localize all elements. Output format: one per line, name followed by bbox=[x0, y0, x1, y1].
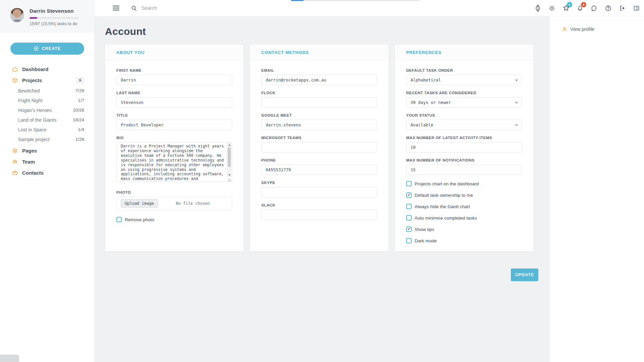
slack-field[interactable] bbox=[261, 209, 377, 220]
bio-label: BIO bbox=[116, 136, 232, 140]
sidebar-project-bewitched[interactable]: Bewitched 7/29 bbox=[0, 86, 94, 96]
hide-gantt-checkbox-row[interactable]: Always hide the Gantt chart bbox=[406, 204, 522, 209]
chat-bubble-icon bbox=[591, 5, 598, 12]
file-chosen-status: No file chosen bbox=[158, 201, 228, 206]
card-about-you: ABOUT YOU FIRST NAME LAST NAME TITLE BIO bbox=[105, 45, 244, 251]
sidebar-item-contacts[interactable]: Contacts bbox=[0, 167, 94, 178]
create-button[interactable]: CREATE bbox=[10, 43, 84, 55]
slack-label: SLACK bbox=[261, 203, 377, 207]
scroll-up-icon[interactable] bbox=[228, 144, 231, 146]
upload-image-button[interactable]: Upload image bbox=[121, 199, 158, 208]
sidebar-project-fright-night[interactable]: Fright Night 1/7 bbox=[0, 96, 94, 105]
bottom-left-widget[interactable] bbox=[0, 355, 19, 362]
side-panel-button[interactable] bbox=[632, 4, 641, 12]
sidebar-project-hogans-heroes[interactable]: Hogan's Heroes 10/26 bbox=[0, 105, 94, 115]
max-activity-items-field[interactable] bbox=[406, 142, 522, 153]
projects-chart-checkbox-row[interactable]: Projects chart on the dashboard bbox=[406, 181, 522, 186]
avatar[interactable] bbox=[10, 8, 24, 22]
hamburger-menu-icon[interactable] bbox=[113, 5, 119, 11]
sidebar-project-lost-in-space[interactable]: Lost in Space 1/4 bbox=[0, 125, 94, 134]
flock-field[interactable] bbox=[261, 97, 377, 108]
remove-photo-checkbox-row[interactable]: Remove photo bbox=[116, 217, 232, 222]
show-tips-checkbox-row[interactable]: Show tips bbox=[406, 227, 522, 232]
dark-mode-checkbox-row[interactable]: Dark mode bbox=[406, 238, 522, 243]
first-name-field[interactable] bbox=[116, 75, 232, 85]
default-task-order-select[interactable]: Alphabetical bbox=[406, 75, 522, 85]
google-meet-label: GOOGLE MEET bbox=[261, 113, 377, 117]
resize-grip[interactable] bbox=[228, 179, 231, 182]
email-label: EMAIL bbox=[261, 68, 377, 72]
default-task-order-label: DEFAULT TASK ORDER bbox=[406, 68, 522, 72]
sidebar: Darrin Stevenson 15/97 (15.5%) tasks to … bbox=[0, 0, 95, 362]
cube-icon bbox=[12, 77, 18, 83]
remove-photo-label: Remove photo bbox=[125, 217, 154, 222]
sidebar-project-sample-project[interactable]: Sample project 1/26 bbox=[0, 134, 94, 144]
notifications-button[interactable]: 6 bbox=[576, 4, 584, 12]
chevron-down-icon bbox=[515, 101, 519, 105]
remove-photo-checkbox[interactable] bbox=[116, 217, 122, 222]
bio-scrollbar[interactable] bbox=[227, 143, 231, 177]
projects-chart-checkbox[interactable] bbox=[406, 181, 412, 186]
person-icon bbox=[562, 26, 567, 32]
phone-field[interactable] bbox=[261, 165, 377, 175]
phone-label: PHONE bbox=[261, 158, 377, 162]
logout-button[interactable] bbox=[618, 4, 627, 12]
project-task-fraction: 7/29 bbox=[75, 88, 84, 93]
auto-minimise-checkbox-row[interactable]: Auto minimise completed tasks bbox=[406, 215, 522, 221]
time-tracker-button[interactable] bbox=[534, 4, 542, 12]
chevron-down-icon bbox=[515, 123, 519, 127]
scrollbar-thumb[interactable] bbox=[228, 147, 231, 167]
chevron-down-icon bbox=[515, 78, 519, 82]
project-task-fraction: 1/7 bbox=[78, 98, 84, 103]
show-tips-checkbox[interactable] bbox=[406, 227, 412, 232]
main-content: Account ABOUT YOU FIRST NAME LAST NAME T… bbox=[95, 16, 549, 362]
update-button[interactable]: UPDATE bbox=[511, 268, 538, 281]
brightness-button[interactable] bbox=[548, 4, 556, 12]
home-icon bbox=[12, 66, 18, 72]
scroll-down-icon[interactable] bbox=[228, 174, 231, 176]
sun-icon bbox=[548, 5, 555, 12]
help-icon bbox=[605, 5, 612, 12]
default-ownership-checkbox-row[interactable]: Default task ownership to me bbox=[406, 192, 522, 198]
sidebar-item-dashboard[interactable]: Dashboard bbox=[0, 64, 94, 75]
logout-icon bbox=[619, 5, 626, 12]
topbar-icons: 6 6 bbox=[534, 4, 641, 12]
photo-file-input: Upload image No file chosen bbox=[116, 197, 232, 210]
skype-field[interactable] bbox=[261, 187, 377, 197]
card-header-about-you: ABOUT YOU bbox=[116, 50, 145, 55]
messages-button[interactable] bbox=[590, 4, 598, 12]
plus-circle-icon bbox=[34, 46, 39, 51]
view-profile-link[interactable]: View profile bbox=[562, 26, 644, 32]
last-name-field[interactable] bbox=[116, 97, 232, 108]
projects-count-badge: 6 bbox=[76, 77, 84, 83]
search-input[interactable] bbox=[142, 5, 282, 11]
recent-tasks-select[interactable]: 30 days or newer bbox=[406, 97, 522, 108]
your-status-select[interactable]: Available bbox=[406, 120, 522, 130]
sidebar-item-projects[interactable]: Projects 6 bbox=[0, 75, 94, 86]
photo-label: PHOTO bbox=[116, 190, 232, 194]
briefcase-icon bbox=[12, 170, 18, 176]
favorites-badge: 6 bbox=[567, 2, 572, 7]
project-task-fraction: 18/24 bbox=[73, 117, 84, 122]
hide-gantt-checkbox[interactable] bbox=[406, 204, 412, 209]
max-notifications-field[interactable] bbox=[406, 165, 522, 175]
sidebar-project-land-of-the-giants[interactable]: Land of the Giants 18/24 bbox=[0, 115, 94, 125]
topbar: 6 6 bbox=[95, 0, 644, 16]
sidebar-item-team[interactable]: Team bbox=[0, 156, 94, 167]
card-header-preferences: PREFERENCES bbox=[406, 50, 441, 55]
sidebar-item-pages[interactable]: Pages bbox=[0, 145, 94, 156]
bio-textarea[interactable]: Darrin is a Project Manager with eight y… bbox=[116, 142, 232, 182]
microsoft-teams-field[interactable] bbox=[261, 142, 377, 153]
dark-mode-checkbox[interactable] bbox=[406, 238, 412, 243]
first-name-label: FIRST NAME bbox=[116, 68, 232, 72]
title-field[interactable] bbox=[116, 120, 232, 130]
your-status-label: YOUR STATUS bbox=[406, 113, 522, 117]
auto-minimise-checkbox[interactable] bbox=[406, 215, 412, 221]
default-ownership-checkbox[interactable] bbox=[406, 192, 412, 198]
split-panel-icon bbox=[633, 5, 640, 12]
email-field[interactable] bbox=[261, 75, 377, 85]
help-button[interactable] bbox=[604, 4, 612, 12]
search-bar bbox=[131, 5, 282, 11]
favorites-button[interactable]: 6 bbox=[562, 4, 570, 12]
google-meet-field[interactable] bbox=[261, 120, 377, 130]
